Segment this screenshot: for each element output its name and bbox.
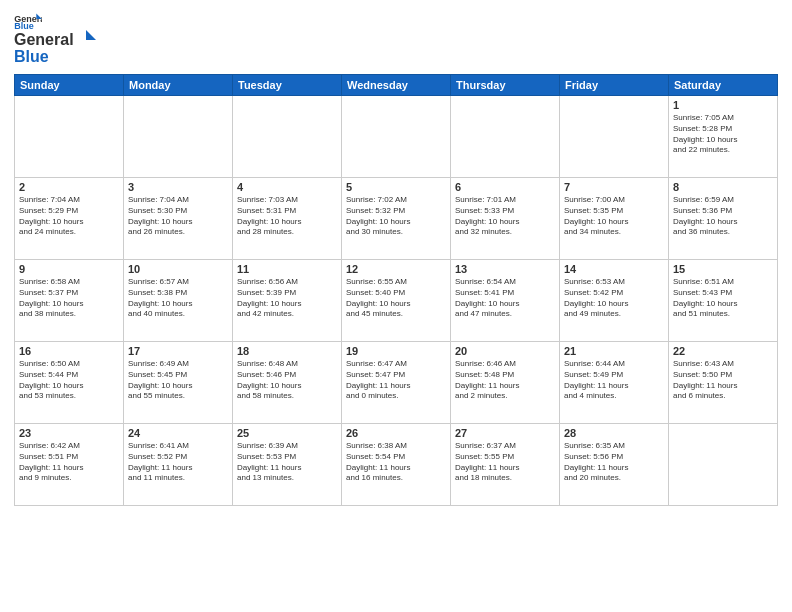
- day-info: Sunrise: 7:04 AM Sunset: 5:29 PM Dayligh…: [19, 195, 119, 238]
- day-number: 26: [346, 427, 446, 439]
- day-info: Sunrise: 6:35 AM Sunset: 5:56 PM Dayligh…: [564, 441, 664, 484]
- weekday-wednesday: Wednesday: [342, 75, 451, 96]
- week-row-4: 16Sunrise: 6:50 AM Sunset: 5:44 PM Dayli…: [15, 342, 778, 424]
- weekday-tuesday: Tuesday: [233, 75, 342, 96]
- logo: General Blue General Blue: [14, 12, 104, 66]
- day-number: 18: [237, 345, 337, 357]
- day-cell: [342, 96, 451, 178]
- day-cell: 23Sunrise: 6:42 AM Sunset: 5:51 PM Dayli…: [15, 424, 124, 506]
- day-info: Sunrise: 6:48 AM Sunset: 5:46 PM Dayligh…: [237, 359, 337, 402]
- day-info: Sunrise: 6:47 AM Sunset: 5:47 PM Dayligh…: [346, 359, 446, 402]
- day-info: Sunrise: 6:56 AM Sunset: 5:39 PM Dayligh…: [237, 277, 337, 320]
- day-number: 11: [237, 263, 337, 275]
- week-row-3: 9Sunrise: 6:58 AM Sunset: 5:37 PM Daylig…: [15, 260, 778, 342]
- day-cell: 11Sunrise: 6:56 AM Sunset: 5:39 PM Dayli…: [233, 260, 342, 342]
- day-cell: 15Sunrise: 6:51 AM Sunset: 5:43 PM Dayli…: [669, 260, 778, 342]
- week-row-2: 2Sunrise: 7:04 AM Sunset: 5:29 PM Daylig…: [15, 178, 778, 260]
- day-cell: 3Sunrise: 7:04 AM Sunset: 5:30 PM Daylig…: [124, 178, 233, 260]
- page: General Blue General Blue SundayMondayTu…: [0, 0, 792, 612]
- day-info: Sunrise: 7:00 AM Sunset: 5:35 PM Dayligh…: [564, 195, 664, 238]
- day-info: Sunrise: 7:02 AM Sunset: 5:32 PM Dayligh…: [346, 195, 446, 238]
- day-info: Sunrise: 6:51 AM Sunset: 5:43 PM Dayligh…: [673, 277, 773, 320]
- week-row-1: 1Sunrise: 7:05 AM Sunset: 5:28 PM Daylig…: [15, 96, 778, 178]
- day-cell: [233, 96, 342, 178]
- logo-svg: General Blue: [14, 28, 104, 66]
- day-cell: 9Sunrise: 6:58 AM Sunset: 5:37 PM Daylig…: [15, 260, 124, 342]
- day-number: 25: [237, 427, 337, 439]
- day-info: Sunrise: 6:55 AM Sunset: 5:40 PM Dayligh…: [346, 277, 446, 320]
- day-cell: 22Sunrise: 6:43 AM Sunset: 5:50 PM Dayli…: [669, 342, 778, 424]
- day-number: 17: [128, 345, 228, 357]
- day-number: 8: [673, 181, 773, 193]
- day-cell: [560, 96, 669, 178]
- day-cell: 18Sunrise: 6:48 AM Sunset: 5:46 PM Dayli…: [233, 342, 342, 424]
- day-number: 27: [455, 427, 555, 439]
- day-number: 16: [19, 345, 119, 357]
- weekday-monday: Monday: [124, 75, 233, 96]
- day-cell: 28Sunrise: 6:35 AM Sunset: 5:56 PM Dayli…: [560, 424, 669, 506]
- day-info: Sunrise: 6:44 AM Sunset: 5:49 PM Dayligh…: [564, 359, 664, 402]
- day-number: 6: [455, 181, 555, 193]
- day-number: 9: [19, 263, 119, 275]
- day-info: Sunrise: 6:54 AM Sunset: 5:41 PM Dayligh…: [455, 277, 555, 320]
- day-cell: 10Sunrise: 6:57 AM Sunset: 5:38 PM Dayli…: [124, 260, 233, 342]
- day-info: Sunrise: 6:42 AM Sunset: 5:51 PM Dayligh…: [19, 441, 119, 484]
- day-cell: 26Sunrise: 6:38 AM Sunset: 5:54 PM Dayli…: [342, 424, 451, 506]
- svg-text:General: General: [14, 31, 74, 48]
- day-number: 10: [128, 263, 228, 275]
- day-info: Sunrise: 6:38 AM Sunset: 5:54 PM Dayligh…: [346, 441, 446, 484]
- day-cell: 7Sunrise: 7:00 AM Sunset: 5:35 PM Daylig…: [560, 178, 669, 260]
- day-cell: 12Sunrise: 6:55 AM Sunset: 5:40 PM Dayli…: [342, 260, 451, 342]
- day-info: Sunrise: 6:41 AM Sunset: 5:52 PM Dayligh…: [128, 441, 228, 484]
- day-cell: 27Sunrise: 6:37 AM Sunset: 5:55 PM Dayli…: [451, 424, 560, 506]
- day-cell: 16Sunrise: 6:50 AM Sunset: 5:44 PM Dayli…: [15, 342, 124, 424]
- day-number: 22: [673, 345, 773, 357]
- weekday-header-row: SundayMondayTuesdayWednesdayThursdayFrid…: [15, 75, 778, 96]
- weekday-thursday: Thursday: [451, 75, 560, 96]
- day-number: 23: [19, 427, 119, 439]
- day-cell: 20Sunrise: 6:46 AM Sunset: 5:48 PM Dayli…: [451, 342, 560, 424]
- day-number: 20: [455, 345, 555, 357]
- day-number: 21: [564, 345, 664, 357]
- day-cell: 5Sunrise: 7:02 AM Sunset: 5:32 PM Daylig…: [342, 178, 451, 260]
- day-info: Sunrise: 6:57 AM Sunset: 5:38 PM Dayligh…: [128, 277, 228, 320]
- day-info: Sunrise: 6:46 AM Sunset: 5:48 PM Dayligh…: [455, 359, 555, 402]
- day-number: 24: [128, 427, 228, 439]
- day-info: Sunrise: 6:49 AM Sunset: 5:45 PM Dayligh…: [128, 359, 228, 402]
- day-cell: [15, 96, 124, 178]
- day-info: Sunrise: 6:39 AM Sunset: 5:53 PM Dayligh…: [237, 441, 337, 484]
- day-info: Sunrise: 7:01 AM Sunset: 5:33 PM Dayligh…: [455, 195, 555, 238]
- day-number: 2: [19, 181, 119, 193]
- day-cell: 14Sunrise: 6:53 AM Sunset: 5:42 PM Dayli…: [560, 260, 669, 342]
- day-number: 19: [346, 345, 446, 357]
- day-number: 4: [237, 181, 337, 193]
- day-number: 1: [673, 99, 773, 111]
- day-number: 7: [564, 181, 664, 193]
- day-cell: 21Sunrise: 6:44 AM Sunset: 5:49 PM Dayli…: [560, 342, 669, 424]
- day-info: Sunrise: 7:04 AM Sunset: 5:30 PM Dayligh…: [128, 195, 228, 238]
- day-info: Sunrise: 7:03 AM Sunset: 5:31 PM Dayligh…: [237, 195, 337, 238]
- calendar-table: SundayMondayTuesdayWednesdayThursdayFrid…: [14, 74, 778, 506]
- day-number: 13: [455, 263, 555, 275]
- day-number: 14: [564, 263, 664, 275]
- day-info: Sunrise: 6:50 AM Sunset: 5:44 PM Dayligh…: [19, 359, 119, 402]
- day-number: 12: [346, 263, 446, 275]
- day-info: Sunrise: 6:43 AM Sunset: 5:50 PM Dayligh…: [673, 359, 773, 402]
- day-cell: [669, 424, 778, 506]
- day-cell: 19Sunrise: 6:47 AM Sunset: 5:47 PM Dayli…: [342, 342, 451, 424]
- week-row-5: 23Sunrise: 6:42 AM Sunset: 5:51 PM Dayli…: [15, 424, 778, 506]
- day-cell: 6Sunrise: 7:01 AM Sunset: 5:33 PM Daylig…: [451, 178, 560, 260]
- day-number: 28: [564, 427, 664, 439]
- day-cell: 24Sunrise: 6:41 AM Sunset: 5:52 PM Dayli…: [124, 424, 233, 506]
- day-info: Sunrise: 7:05 AM Sunset: 5:28 PM Dayligh…: [673, 113, 773, 156]
- day-cell: 2Sunrise: 7:04 AM Sunset: 5:29 PM Daylig…: [15, 178, 124, 260]
- day-cell: 25Sunrise: 6:39 AM Sunset: 5:53 PM Dayli…: [233, 424, 342, 506]
- day-cell: 4Sunrise: 7:03 AM Sunset: 5:31 PM Daylig…: [233, 178, 342, 260]
- day-info: Sunrise: 6:53 AM Sunset: 5:42 PM Dayligh…: [564, 277, 664, 320]
- svg-text:Blue: Blue: [14, 48, 49, 65]
- day-info: Sunrise: 6:59 AM Sunset: 5:36 PM Dayligh…: [673, 195, 773, 238]
- day-cell: [451, 96, 560, 178]
- day-number: 15: [673, 263, 773, 275]
- day-cell: 13Sunrise: 6:54 AM Sunset: 5:41 PM Dayli…: [451, 260, 560, 342]
- day-cell: 1Sunrise: 7:05 AM Sunset: 5:28 PM Daylig…: [669, 96, 778, 178]
